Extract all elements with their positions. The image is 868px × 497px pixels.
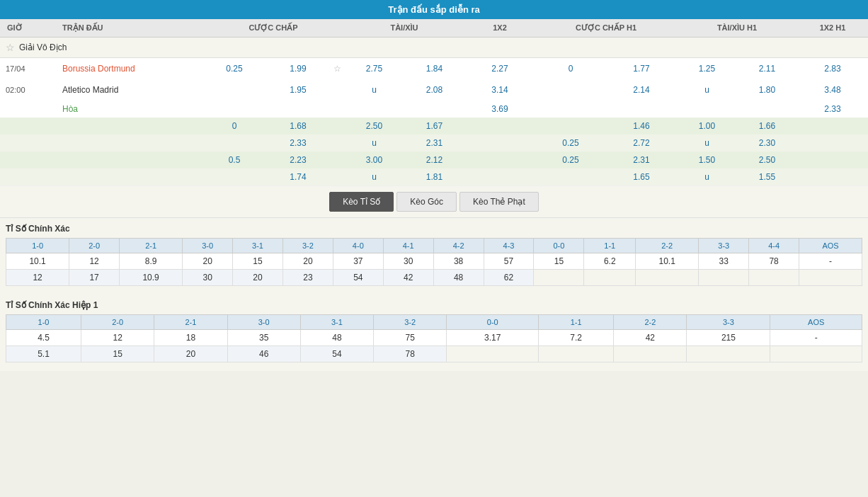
score-cell: 75: [374, 330, 447, 346]
score-cell: 46: [227, 346, 300, 362]
col-1x2-h1: 1X2 H1: [797, 23, 868, 33]
odds-cch1-row2: 2.14: [535, 83, 677, 97]
score-cell: 37: [333, 253, 383, 270]
score-cell: 5.1: [6, 346, 81, 362]
score-col-header: 4-4: [749, 239, 799, 253]
so1-tx-v2: 1.67: [404, 119, 464, 133]
x12h1-r1: 2.83: [797, 62, 868, 76]
star-icon: ☆: [6, 42, 15, 53]
score-cell: -: [799, 253, 862, 270]
x12-r3: 3.69: [464, 102, 535, 116]
page-header: Trận đấu sắp diễn ra: [0, 0, 868, 19]
odds-txh1-row2: u 1.80: [677, 83, 797, 97]
score-col-header: 3-3: [687, 315, 770, 330]
score-cell: [687, 346, 770, 362]
score-cell: 7.2: [539, 330, 614, 346]
score-col-header: 3-2: [282, 239, 333, 253]
keo-ti-so-button[interactable]: Kèo Tỉ Số: [329, 192, 394, 212]
score-cell: 17: [69, 270, 120, 286]
so1-cch1-v1: [535, 119, 606, 133]
so1-cc-v1: 0: [202, 119, 266, 133]
score-cell: 15: [534, 253, 584, 270]
score-cell: [749, 270, 799, 286]
score-cell: [534, 270, 584, 286]
score-col-header: 4-3: [484, 239, 534, 253]
tx-r1-v1: 2.75: [344, 62, 404, 76]
x12-r1: 2.27: [464, 62, 535, 76]
score-col-header: 0-0: [534, 239, 584, 253]
so1-txh1-v2: 1.66: [737, 119, 797, 133]
score-col-header: 3-2: [374, 315, 447, 330]
hoa-label: Hòa: [57, 102, 202, 116]
score-cell: 10.1: [6, 253, 69, 270]
score-cell: 215: [687, 330, 770, 346]
score-cell: [584, 270, 636, 286]
cc-r2-v1: [202, 88, 266, 92]
score-cell: [770, 346, 862, 362]
score-cell: 38: [433, 253, 484, 270]
txh1-r1-v2: 2.11: [737, 62, 797, 76]
sub-odds-row-4: 1.74 u 1.81 1.65 u 1.55: [0, 168, 868, 185]
score-cell: 12: [6, 270, 69, 286]
x12h1-r3: 2.33: [797, 102, 868, 116]
x12h1-r2: 3.48: [797, 83, 868, 97]
so3-cch1-v1: 0.25: [535, 153, 606, 167]
score-cell: 48: [300, 330, 373, 346]
so2-cc-v1: [202, 136, 266, 150]
header-title: Trận đấu sắp diễn ra: [388, 4, 480, 15]
score-cell: 15: [233, 253, 283, 270]
cch1-r2-v1: [535, 83, 606, 97]
odds-txh1-row1: 1.25 2.11: [677, 62, 797, 76]
team1-name: Borussia Dortmund: [57, 62, 202, 76]
column-headers: GIỜ TRẬN ĐẤU CƯỢC CHẤP TÀI/XÌU 1X2 CƯỢC …: [0, 19, 868, 38]
odds-cuoc-chap-row2: 1.95: [202, 83, 344, 97]
team2-name: Atletico Madrid: [57, 83, 202, 97]
col-cuoc-chap: CƯỢC CHẤP: [202, 23, 344, 33]
so4-cc-v2: 1.74: [266, 170, 330, 184]
match-date: 17/04: [0, 62, 57, 76]
so2-cch1-v2: 2.72: [606, 136, 677, 150]
so2-txh1-v1: u: [677, 136, 737, 150]
cc-r2-v2: 1.95: [266, 83, 330, 97]
so3-cch1-v2: 2.31: [606, 153, 677, 167]
hoa-row: Hòa 3.69 2.33: [0, 101, 868, 118]
so1-tx-v1: 2.50: [344, 119, 404, 133]
score-cell: 48: [433, 270, 484, 286]
col-tai-xiu: TÀI/XÌU: [344, 23, 464, 33]
score-cell: 8.9: [120, 253, 183, 270]
score-cell: [799, 270, 862, 286]
score-cell: [699, 270, 749, 286]
score-cell: 12: [69, 253, 120, 270]
score-col-header: 3-3: [699, 239, 749, 253]
score-cell: 78: [749, 253, 799, 270]
cch1-r2-v2: 2.14: [606, 83, 677, 97]
so4-tx-v1: u: [344, 170, 404, 184]
cc-r1-v1: 0.25: [202, 62, 266, 76]
sub-odds-row-1: 0 1.68 2.50 1.67 1.46 1.00 1.66: [0, 118, 868, 135]
score-cell: 12: [81, 330, 154, 346]
txh1-r2-v2: 1.80: [737, 83, 797, 97]
score-cell: 20: [183, 253, 233, 270]
so3-txh1-v1: 1.50: [677, 153, 737, 167]
score-cell: [539, 346, 614, 362]
match-star-icon[interactable]: ☆: [330, 62, 344, 76]
score-cell: 4.5: [6, 330, 81, 346]
so1-cch1-v2: 1.46: [606, 119, 677, 133]
score-col-header: 2-0: [69, 239, 120, 253]
score-cell: 78: [374, 346, 447, 362]
so2-cc-v2: 2.33: [266, 136, 330, 150]
keo-the-phat-button[interactable]: Kèo Thẻ Phạt: [459, 192, 539, 212]
team2-row: 02:00 Atletico Madrid 1.95 u 2.08 3.14 2…: [0, 79, 868, 101]
score-cell: 20: [282, 253, 333, 270]
sub-odds-row-2: 2.33 u 2.31 0.25 2.72 u 2.30: [0, 135, 868, 152]
keo-goc-button[interactable]: Kèo Góc: [396, 192, 457, 212]
score-cell: 3.17: [447, 330, 539, 346]
so4-cch1-v1: [535, 170, 606, 184]
col-1x2: 1X2: [464, 23, 535, 33]
so1-cc-v2: 1.68: [266, 119, 330, 133]
col-gio: GIỜ: [0, 23, 57, 33]
score-col-header: 1-1: [539, 315, 614, 330]
so3-tx-v2: 2.12: [404, 153, 464, 167]
score-cell: -: [770, 330, 862, 346]
score-cell: 6.2: [584, 253, 636, 270]
